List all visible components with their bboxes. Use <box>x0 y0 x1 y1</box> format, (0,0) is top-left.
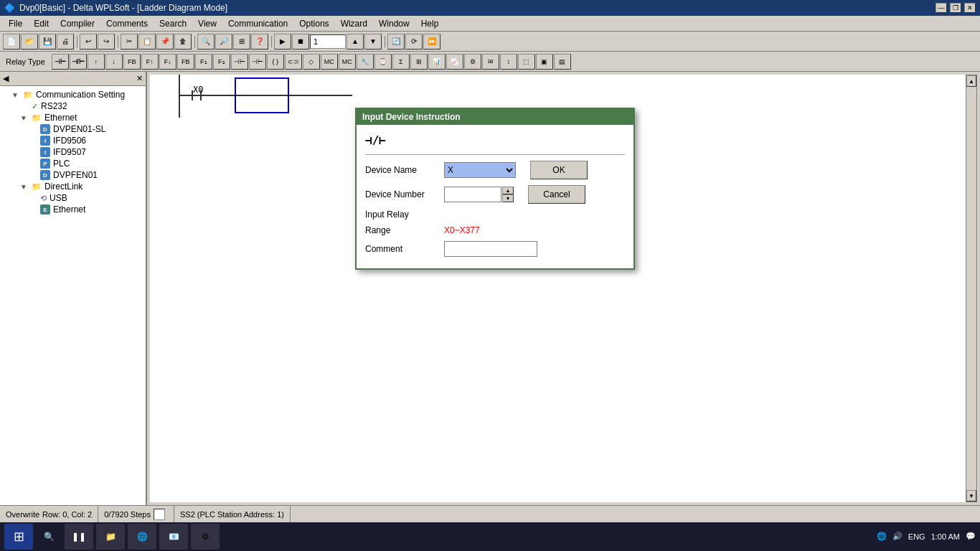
menu-communication[interactable]: Communication <box>222 16 293 31</box>
menu-view[interactable]: View <box>192 16 222 31</box>
rt-btn14[interactable]: ⊂⊃ <box>285 54 302 70</box>
scroll-up-btn[interactable]: ▲ <box>966 75 976 87</box>
menu-edit[interactable]: Edit <box>28 16 55 31</box>
rt-btn18[interactable]: 🔧 <box>357 54 374 70</box>
dvpen01-label: DVPEN01-SL <box>53 124 105 134</box>
rt-btn23[interactable]: 📈 <box>446 54 463 70</box>
tree-ethernet2[interactable]: E Ethernet <box>3 204 143 215</box>
menu-help[interactable]: Help <box>415 16 445 31</box>
network-icon: 🌐 <box>877 532 887 541</box>
taskbar: ⊞ 🔍 ❚❚ 📁 🌐 📧 ⚙ 🌐 🔊 ENG 1:00 AM 💬 <box>0 522 980 551</box>
menu-file[interactable]: File <box>3 16 28 31</box>
refresh-btn[interactable]: 🔄 <box>387 34 405 50</box>
device-name-select[interactable]: X <box>444 162 516 178</box>
ok-button[interactable]: OK <box>530 161 588 179</box>
spinner-up[interactable]: ▲ <box>502 187 514 194</box>
rt-btn13[interactable]: ( ) <box>267 54 284 70</box>
rt-btn17[interactable]: MC <box>339 54 356 70</box>
taskbar-explorer[interactable]: 📁 <box>96 524 125 550</box>
taskbar-mail[interactable]: 📧 <box>159 524 188 550</box>
spinner-down[interactable]: ▼ <box>502 194 514 202</box>
new-btn[interactable]: 📄 <box>3 34 20 50</box>
cut-btn[interactable]: ✂ <box>121 34 138 50</box>
sync-btn[interactable]: ⟳ <box>405 34 423 50</box>
rt-btn9[interactable]: F₁ <box>195 54 212 70</box>
rt-btn2[interactable]: ⊣/⊢ <box>70 54 87 70</box>
rt-btn27[interactable]: ⬚ <box>518 54 535 70</box>
rt-btn8[interactable]: FB <box>177 54 194 70</box>
delete-btn[interactable]: 🗑 <box>174 34 192 50</box>
help-btn[interactable]: ❓ <box>251 34 268 50</box>
tree-communication-setting[interactable]: ▼ 📁 Communication Setting <box>3 89 143 100</box>
tree-directlink[interactable]: ▼ 📁 DirectLink <box>3 181 143 192</box>
rt-btn29[interactable]: ▤ <box>554 54 571 70</box>
tree-rs232[interactable]: ✓ RS232 <box>3 100 143 112</box>
menu-window[interactable]: Window <box>373 16 415 31</box>
tree-ifd9506[interactable]: I IFD9506 <box>3 135 143 146</box>
save-btn[interactable]: 💾 <box>39 34 56 50</box>
rt-btn11[interactable]: ⊣⊢ <box>231 54 248 70</box>
step-counter[interactable]: 1 <box>310 34 346 49</box>
rt-btn22[interactable]: 📊 <box>428 54 446 70</box>
tree-dvpfen01[interactable]: D DVPFEN01 <box>3 169 143 181</box>
rt-btn25[interactable]: ✉ <box>482 54 499 70</box>
taskbar-task-view[interactable]: ❚❚ <box>65 524 93 550</box>
rt-btn6[interactable]: F↑ <box>141 54 159 70</box>
comment-input[interactable] <box>444 241 537 257</box>
taskbar-delta[interactable]: ⚙ <box>191 524 220 550</box>
taskbar-search[interactable]: 🔍 <box>36 524 62 550</box>
minimize-button[interactable]: — <box>936 3 947 13</box>
rt-btn12[interactable]: ⊣⊢ <box>249 54 266 70</box>
rt-btn7[interactable]: F↓ <box>159 54 176 70</box>
rt-btn3[interactable]: ↑ <box>88 54 105 70</box>
close-button[interactable]: ✕ <box>964 3 976 13</box>
copy-btn[interactable]: 📋 <box>138 34 156 50</box>
menu-wizard[interactable]: Wizard <box>335 16 373 31</box>
rt-btn5[interactable]: FB <box>123 54 141 70</box>
redo-btn[interactable]: ↪ <box>98 34 115 50</box>
zoom-fit-btn[interactable]: ⊞ <box>233 34 250 50</box>
rt-btn19[interactable]: ⌚ <box>374 54 392 70</box>
rt-btn15[interactable]: ◇ <box>303 54 320 70</box>
print-btn[interactable]: 🖨 <box>57 34 74 50</box>
menu-compiler[interactable]: Compiler <box>55 16 100 31</box>
stop-btn[interactable]: ⏹ <box>292 34 309 50</box>
rt-btn24[interactable]: ⚙ <box>464 54 481 70</box>
rt-btn20[interactable]: Σ <box>392 54 410 70</box>
device-number-input[interactable]: 1 <box>444 187 501 202</box>
taskbar-browser[interactable]: 🌐 <box>128 524 156 550</box>
status-checkbox[interactable] <box>154 509 165 520</box>
maximize-button[interactable]: ❐ <box>950 3 961 13</box>
forward-btn[interactable]: ⏩ <box>423 34 440 50</box>
rt-btn10[interactable]: F₂ <box>213 54 230 70</box>
scroll-down-btn[interactable]: ▼ <box>966 490 976 501</box>
rt-btn21[interactable]: ⊞ <box>410 54 428 70</box>
menu-comments[interactable]: Comments <box>100 16 154 31</box>
zoom-out-btn[interactable]: 🔎 <box>215 34 232 50</box>
rt-btn4[interactable]: ↓ <box>105 54 123 70</box>
step-up-btn[interactable]: ▲ <box>347 34 364 50</box>
panel-close-icon[interactable]: ✕ <box>136 74 143 83</box>
run-btn[interactable]: ▶ <box>274 34 291 50</box>
v-scrollbar[interactable]: ▲ ▼ <box>966 75 977 502</box>
notifications-icon[interactable]: 💬 <box>966 532 976 541</box>
rt-btn28[interactable]: ▣ <box>536 54 553 70</box>
tree-ethernet[interactable]: ▼ 📁 Ethernet <box>3 112 143 123</box>
cancel-button[interactable]: Cancel <box>528 185 585 204</box>
paste-btn[interactable]: 📌 <box>156 34 174 50</box>
zoom-in-btn[interactable]: 🔍 <box>197 34 215 50</box>
start-button[interactable]: ⊞ <box>4 524 33 550</box>
step-dn-btn[interactable]: ▼ <box>364 34 382 50</box>
rt-btn1[interactable]: ⊣⊢ <box>52 54 69 70</box>
menu-search[interactable]: Search <box>154 16 192 31</box>
rt-btn16[interactable]: MC <box>321 54 338 70</box>
rt-btn26[interactable]: ↕ <box>500 54 517 70</box>
tree-dvpen01[interactable]: D DVPEN01-SL <box>3 123 143 135</box>
tree-plc[interactable]: P PLC <box>3 158 143 169</box>
undo-btn[interactable]: ↩ <box>80 34 97 50</box>
panel-collapse-icon[interactable]: ◀ <box>3 74 9 83</box>
tree-usb[interactable]: ⟲ USB <box>3 192 143 204</box>
tree-ifd9507[interactable]: I IFD9507 <box>3 146 143 158</box>
open-btn[interactable]: 📂 <box>21 34 38 50</box>
menu-options[interactable]: Options <box>293 16 334 31</box>
